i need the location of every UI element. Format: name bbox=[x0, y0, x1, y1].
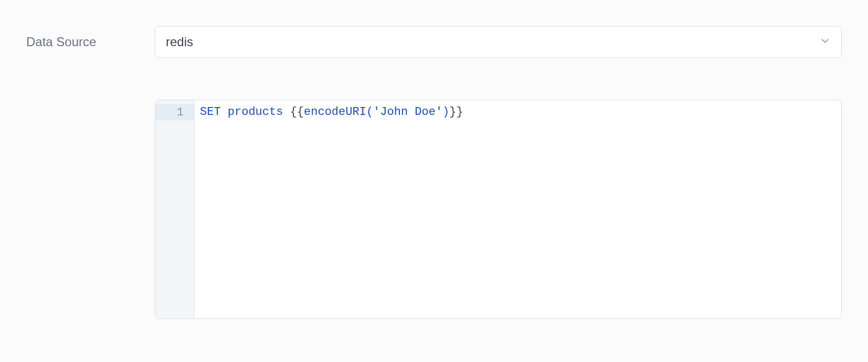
token-open-brace: {{ bbox=[290, 105, 304, 119]
token-space bbox=[221, 105, 228, 119]
token-function: encodeURI bbox=[304, 105, 366, 119]
token-identifier: products bbox=[228, 105, 283, 119]
line-number-row: 1 bbox=[155, 104, 194, 120]
token-space bbox=[283, 105, 290, 119]
field-column: 1 SET products {{encodeURI('John Doe')}} bbox=[155, 100, 842, 319]
data-source-label: Data Source bbox=[26, 35, 96, 49]
data-source-row: Data Source redis bbox=[26, 26, 842, 58]
code-editor[interactable]: 1 SET products {{encodeURI('John Doe')}} bbox=[155, 100, 842, 319]
line-gutter: 1 bbox=[155, 100, 195, 318]
token-close-paren: ) bbox=[442, 105, 449, 119]
token-open-paren: ( bbox=[366, 105, 373, 119]
code-content[interactable]: SET products {{encodeURI('John Doe')}} bbox=[195, 100, 841, 318]
data-source-select[interactable]: redis bbox=[155, 26, 842, 58]
field-column: redis bbox=[155, 26, 842, 58]
form-container: Data Source redis 1 SET products {{encod… bbox=[26, 26, 842, 319]
label-column: Data Source bbox=[26, 35, 139, 49]
code-editor-row: 1 SET products {{encodeURI('John Doe')}} bbox=[26, 100, 842, 319]
chevron-down-icon bbox=[819, 35, 831, 49]
line-number: 1 bbox=[177, 106, 184, 119]
data-source-value: redis bbox=[166, 35, 193, 49]
token-string: 'John Doe' bbox=[373, 105, 442, 119]
token-keyword: SET bbox=[200, 105, 221, 119]
token-close-brace: }} bbox=[449, 105, 463, 119]
